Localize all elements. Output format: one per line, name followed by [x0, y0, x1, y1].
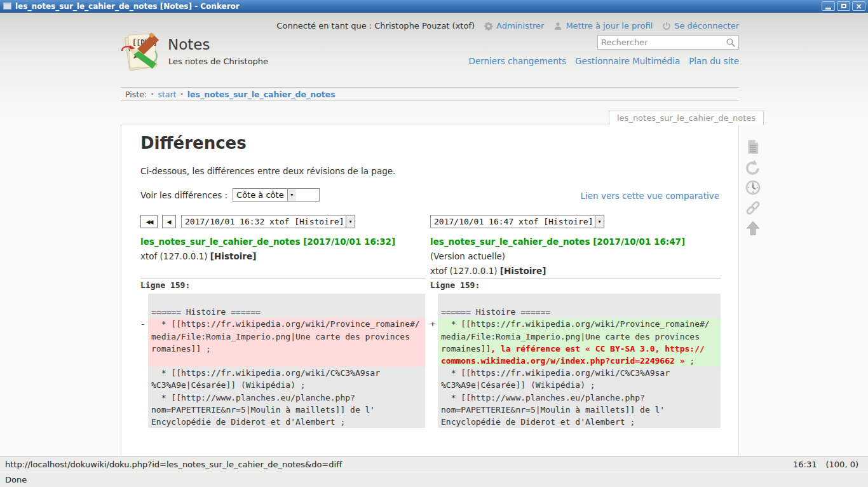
logged-in-text: Connecté en tant que : Christophe Pouzat… — [276, 21, 475, 31]
breadcrumb-separator: • — [151, 91, 154, 97]
breadcrumb-separator: • — [180, 91, 184, 97]
diff-marker — [140, 294, 148, 318]
user-icon — [553, 22, 562, 31]
diff-cell-context: * [[https://fr.wikipedia.org/wiki/C%C3%A… — [148, 367, 425, 428]
logout-link[interactable]: Se déconnecter — [662, 21, 739, 31]
first-change-button[interactable]: ◀◀ — [140, 215, 158, 228]
revert-icon[interactable] — [745, 159, 761, 175]
site-logo[interactable]: [[DW]] — [119, 32, 164, 75]
new-revision-title-link[interactable]: les_notes_sur_le_cahier_de_notes [2017/1… — [430, 237, 721, 247]
sitemap-link[interactable]: Plan du site — [689, 56, 739, 66]
diff-marker: + — [430, 318, 438, 367]
recent-changes-link[interactable]: Derniers changements — [469, 56, 567, 66]
new-revision-select[interactable]: 2017/10/01 16:47 xtof [Histoire] ▾ — [430, 215, 604, 228]
diff-blocks-old: ====== Histoire ======- * [[https://fr.w… — [140, 294, 425, 428]
user-bar: Connecté en tant que : Christophe Pouzat… — [276, 21, 739, 31]
page-icon[interactable] — [745, 139, 761, 155]
content-panel: Différences Ci-dessous, les différences … — [121, 125, 739, 456]
diff-marker — [140, 367, 148, 428]
status-url: http://localhost/dokuwiki/doku.php?id=le… — [5, 460, 793, 469]
diff-blocks-new: ====== Histoire ======+ * [[https://fr.w… — [430, 294, 721, 428]
media-manager-link[interactable]: Gestionnaire Multimédia — [575, 56, 680, 66]
view-mode-label: Voir les différences : — [140, 190, 227, 200]
current-version-label: (Version actuelle) — [430, 251, 721, 261]
diff-cell-context: * [[https://fr.wikipedia.org/wiki/C%C3%A… — [438, 367, 721, 428]
compare-view-link[interactable]: Lien vers cette vue comparative — [581, 191, 720, 201]
diff-cell-context: ====== Histoire ====== — [438, 294, 721, 318]
chevron-down-icon: ▾ — [346, 216, 355, 228]
diff-line-header: Ligne 159: — [140, 280, 425, 291]
view-mode-row: Voir les différences : Côte à côte ▾ — [140, 188, 320, 202]
diff-cell-context: ====== Histoire ====== — [148, 294, 425, 318]
diff-cell-deleted: * [[https://fr.wikipedia.org/wiki/Provin… — [148, 318, 425, 367]
view-mode-value: Côte à côte — [233, 189, 287, 201]
old-revision-header: les_notes_sur_le_cahier_de_notes [2017/1… — [140, 237, 425, 261]
site-tagline: Les notes de Christophe — [168, 57, 268, 66]
old-revision-history: [Histoire] — [210, 251, 256, 261]
revision-nav-left: ◀◀ ◀ 2017/10/01 16:32 xtof [Histoire] ▾ — [140, 215, 355, 228]
window-icon — [3, 3, 11, 10]
restore-button[interactable] — [837, 1, 850, 11]
diff-row-context: * [[https://fr.wikipedia.org/wiki/C%C3%A… — [140, 367, 425, 428]
new-revision-header: les_notes_sur_le_cahier_de_notes [2017/1… — [430, 237, 721, 276]
view-mode-select[interactable]: Côte à côte ▾ — [233, 188, 320, 202]
close-button[interactable]: × — [852, 1, 865, 11]
header-nav: Derniers changements Gestionnaire Multim… — [469, 56, 739, 66]
breadcrumb-start-link[interactable]: start — [158, 90, 176, 99]
status-clock: 16:31 — [793, 460, 817, 469]
diff-row-deleted: - * [[https://fr.wikipedia.org/wiki/Prov… — [140, 318, 425, 367]
new-revision-value: 2017/10/01 16:47 xtof [Histoire] — [431, 216, 595, 228]
power-icon — [662, 22, 671, 31]
diff-line-header: Ligne 159: — [430, 280, 721, 291]
minimize-button[interactable] — [822, 1, 835, 11]
old-revision-select[interactable]: 2017/10/01 16:32 xtof [Histoire] ▾ — [181, 215, 355, 228]
close-icon: × — [855, 3, 862, 10]
previous-change-button[interactable]: ◀ — [162, 215, 176, 228]
old-revision-title-link[interactable]: les_notes_sur_le_cahier_de_notes [2017/1… — [140, 237, 425, 247]
top-icon[interactable] — [745, 220, 761, 237]
diff-row-added: + * [[https://fr.wikipedia.org/wiki/Prov… — [430, 318, 721, 367]
diff-cell-added: * [[https://fr.wikipedia.org/wiki/Provin… — [438, 318, 721, 367]
search-box — [597, 35, 739, 50]
site-title[interactable]: Notes — [168, 36, 210, 53]
window-controls: × — [822, 1, 865, 11]
revision-nav-right: 2017/10/01 16:47 xtof [Histoire] ▾ — [430, 215, 604, 228]
breadcrumb: Piste: • start • les_notes_sur_le_cahier… — [121, 87, 739, 101]
page-tools-sidebar — [745, 139, 763, 237]
new-revision-user: xtof (127.0.0.1) — [430, 266, 500, 276]
admin-link-label: Administrer — [496, 21, 544, 31]
new-revision-history: [Histoire] — [500, 266, 546, 276]
old-revision-meta: xtof (127.0.0.1) [Histoire] — [140, 251, 425, 261]
new-revision-meta: xtof (127.0.0.1) [Histoire] — [430, 266, 721, 276]
diff-row-context: ====== Histoire ====== — [430, 294, 721, 318]
restore-icon — [841, 4, 846, 8]
page-title: Différences — [140, 134, 247, 153]
minibuffer: Done — [0, 472, 868, 487]
old-revision-user: xtof (127.0.0.1) — [140, 251, 210, 261]
update-profile-link[interactable]: Mettre à jour le profil — [553, 21, 653, 31]
admin-link[interactable]: Administrer — [484, 21, 544, 31]
search-input[interactable] — [598, 38, 726, 47]
old-revision-value: 2017/10/01 16:32 xtof [Histoire] — [182, 216, 346, 228]
clock-icon[interactable] — [745, 179, 761, 196]
logout-label: Se déconnecter — [674, 21, 739, 31]
page-tab[interactable]: les_notes_sur_le_cahier_de_notes — [609, 111, 764, 125]
diff-intro-text: Ci-dessous, les différences entre deux r… — [140, 166, 395, 176]
window-title: les_notes_sur_le_cahier_de_notes [Notes]… — [15, 2, 822, 11]
breadcrumb-label: Piste: — [125, 90, 147, 99]
search-icon[interactable] — [726, 38, 736, 48]
link-icon[interactable] — [745, 200, 761, 216]
diff-column-old: Ligne 159: ====== Histoire ======- * [[h… — [140, 278, 425, 428]
diff-marker — [430, 367, 438, 428]
gear-icon — [484, 22, 493, 31]
diff-marker — [430, 294, 438, 318]
breadcrumb-current-link[interactable]: les_notes_sur_le_cahier_de_notes — [187, 90, 336, 99]
window-titlebar: les_notes_sur_le_cahier_de_notes [Notes]… — [0, 0, 868, 13]
diff-marker: - — [140, 318, 148, 367]
chevron-down-icon: ▾ — [595, 216, 604, 228]
status-bar: http://localhost/dokuwiki/doku.php?id=le… — [0, 456, 868, 472]
chevron-down-icon: ▾ — [287, 189, 296, 201]
diff-row-context: * [[https://fr.wikipedia.org/wiki/C%C3%A… — [430, 367, 721, 428]
status-right: 16:31 (100, 0) — [793, 460, 858, 469]
status-buffer-position: (100, 0) — [826, 460, 859, 469]
